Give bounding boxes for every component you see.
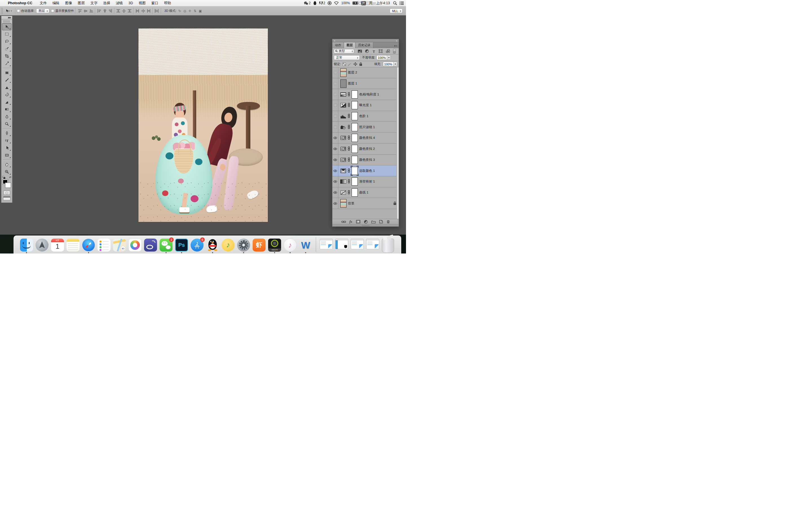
- layer-mask-thumbnail[interactable]: [352, 188, 358, 196]
- lock-all-icon[interactable]: [359, 62, 362, 66]
- align-button-4[interactable]: [97, 8, 101, 13]
- orbit-icon[interactable]: ↻: [178, 9, 181, 13]
- layer-name[interactable]: 曝光度 1: [359, 103, 371, 107]
- palette-grip[interactable]: [3, 20, 10, 22]
- filter-smart-objects-icon[interactable]: [386, 49, 390, 53]
- new-adjustment-layer-icon[interactable]: [364, 220, 368, 224]
- visibility-toggle-empty[interactable]: [333, 67, 338, 78]
- filter-adjustment-layers-icon[interactable]: [365, 49, 369, 53]
- layer-thumbnail[interactable]: [340, 79, 347, 88]
- quick-select-tool[interactable]: [2, 45, 11, 52]
- tab-图层[interactable]: 图层: [344, 43, 356, 48]
- lock-transparency-icon[interactable]: [343, 62, 346, 66]
- layer-thumbnail[interactable]: [340, 199, 347, 208]
- filter-shape-layers-icon[interactable]: [378, 49, 383, 53]
- layer-row-照片滤镜 1[interactable]: 照片滤镜 1: [333, 122, 399, 133]
- layer-name[interactable]: 背景: [348, 202, 354, 206]
- camera-icon[interactable]: ▣: [199, 9, 202, 13]
- palette-collapse-button[interactable]: ▶▶: [1, 16, 12, 20]
- qq-status-icon[interactable]: [313, 1, 317, 5]
- layer-row-渐变映射 1[interactable]: 渐变映射 1: [333, 176, 399, 187]
- move-tool[interactable]: [2, 23, 11, 31]
- dock-notes[interactable]: [66, 238, 80, 251]
- align-button-12[interactable]: [146, 8, 151, 13]
- menu-编辑[interactable]: 编辑: [50, 1, 62, 5]
- align-button-11[interactable]: [141, 8, 146, 13]
- panel-collapse-button[interactable]: «: [396, 40, 397, 42]
- tab-动作[interactable]: 动作: [333, 43, 344, 48]
- lock-pixels-icon[interactable]: [348, 62, 352, 66]
- visibility-toggle-empty[interactable]: [333, 111, 338, 122]
- spot-heal-tool[interactable]: [2, 69, 11, 76]
- drag-icon[interactable]: ✛: [189, 9, 192, 13]
- align-button-13[interactable]: [154, 8, 159, 13]
- layer-mask-thumbnail[interactable]: [352, 145, 358, 153]
- visibility-eye-icon[interactable]: [333, 176, 338, 187]
- filter-toggle-switch[interactable]: [393, 49, 396, 54]
- target-status-icon[interactable]: [327, 1, 332, 5]
- dock-trash[interactable]: [382, 238, 395, 251]
- layer-mask-thumbnail[interactable]: [352, 134, 358, 142]
- layer-row-选取颜色 1[interactable]: 选取颜色 1: [333, 165, 399, 176]
- align-button-2[interactable]: [83, 8, 88, 13]
- options-grip[interactable]: [1, 8, 3, 14]
- layer-filter-select[interactable]: 类型 ▲▼: [334, 49, 354, 54]
- screen-mode-button[interactable]: [3, 196, 10, 201]
- new-group-icon[interactable]: [371, 220, 375, 223]
- align-button-3[interactable]: [89, 8, 94, 13]
- layer-mask-thumbnail[interactable]: [352, 177, 358, 186]
- dock-word[interactable]: W: [299, 238, 312, 251]
- align-button-5[interactable]: [102, 8, 107, 13]
- notification-center-icon[interactable]: [400, 1, 404, 5]
- visibility-toggle-empty[interactable]: [333, 100, 338, 111]
- preset-dropdown-arrow[interactable]: ▼: [10, 10, 12, 11]
- layer-row-图层 2[interactable]: 图层 2: [333, 67, 399, 78]
- dock-safari[interactable]: [82, 238, 95, 251]
- dock-appstore[interactable]: 6: [191, 238, 204, 251]
- path-select-tool[interactable]: [2, 144, 11, 152]
- pen-tool[interactable]: [2, 129, 11, 137]
- menu-窗口[interactable]: 窗口: [149, 1, 161, 5]
- dock-maps[interactable]: 3D: [113, 238, 126, 251]
- dodge-tool[interactable]: [2, 120, 11, 128]
- delete-layer-icon[interactable]: [387, 220, 390, 224]
- panel-close-button[interactable]: ×: [334, 40, 335, 42]
- lookup-adjustment-icon[interactable]: [340, 158, 346, 162]
- layer-row-色阶 1[interactable]: 色阶 1: [333, 111, 399, 122]
- marquee-tool[interactable]: [2, 31, 11, 38]
- layer-name[interactable]: 曲线 1: [359, 190, 368, 194]
- eraser-tool[interactable]: [2, 98, 11, 106]
- layer-row-颜色查找 3[interactable]: 颜色查找 3: [333, 155, 399, 166]
- layer-name[interactable]: 照片滤镜 1: [359, 125, 375, 129]
- dock-wechat[interactable]: 2: [160, 238, 172, 251]
- layer-style-icon[interactable]: fx: [350, 220, 352, 224]
- selective-adjustment-icon[interactable]: [340, 168, 346, 173]
- layer-row-背景[interactable]: 背景: [333, 198, 399, 209]
- layers-scrollbar[interactable]: [396, 67, 399, 219]
- menu-帮助[interactable]: 帮助: [161, 1, 174, 5]
- visibility-eye-icon[interactable]: [333, 155, 338, 165]
- align-button-10[interactable]: [135, 8, 140, 13]
- default-colors-icon[interactable]: [2, 176, 6, 179]
- dock-minimized-finder-window-2[interactable]: [351, 238, 364, 251]
- layer-row-曲线 1[interactable]: 曲线 1: [333, 187, 399, 198]
- background-color-swatch[interactable]: [5, 183, 11, 187]
- blend-mode-select[interactable]: 正常 ▲▼: [334, 55, 360, 60]
- visibility-eye-icon[interactable]: [333, 198, 338, 209]
- shape-tool[interactable]: [2, 152, 11, 159]
- dock-finder[interactable]: [20, 238, 33, 251]
- hand-tool[interactable]: [2, 161, 11, 168]
- menu-clock[interactable]: 周一上午4:13: [369, 1, 390, 6]
- layer-name[interactable]: 颜色查找 4: [359, 136, 375, 140]
- filter-type-layers-icon[interactable]: T: [372, 50, 375, 53]
- filter-pixel-layers-icon[interactable]: [358, 50, 362, 53]
- dock-qqmusic[interactable]: ♪: [221, 238, 235, 251]
- zoom-tool[interactable]: [2, 168, 11, 175]
- ime-indicator[interactable]: 拼: [361, 1, 366, 5]
- layer-row-色相/饱和度 1[interactable]: 色相/饱和度 1: [333, 89, 399, 100]
- history-brush-tool[interactable]: [2, 91, 11, 98]
- layer-name[interactable]: 颜色查找 2: [359, 147, 375, 151]
- dock-xiami[interactable]: 虾: [253, 238, 266, 251]
- layer-mask-thumbnail[interactable]: [352, 112, 358, 120]
- fill-field[interactable]: 100%▼: [383, 62, 397, 66]
